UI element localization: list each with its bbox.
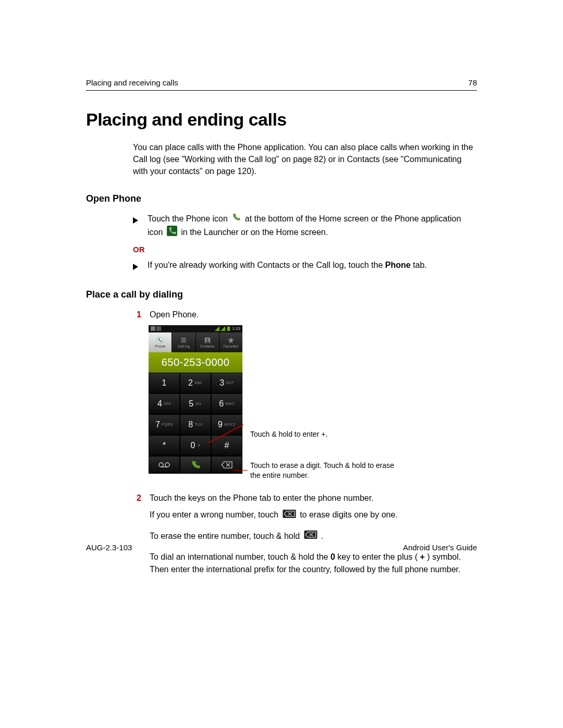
svg-marker-6 bbox=[221, 326, 225, 331]
open-phone-bullet-1: Touch the Phone icon at the bottom of th… bbox=[133, 213, 477, 240]
header-page-number: 78 bbox=[468, 78, 477, 87]
dialer-tabs: Phone Call log Contacts Favorites bbox=[149, 332, 242, 352]
dialed-number: 650-253-0000 bbox=[149, 352, 242, 373]
svg-point-17 bbox=[165, 463, 169, 467]
status-time: 1:23 bbox=[232, 326, 240, 331]
phone-handset-icon bbox=[231, 213, 241, 226]
status-icon bbox=[151, 326, 155, 331]
step-text: Open Phone. bbox=[150, 309, 477, 321]
section-open-phone-heading: Open Phone bbox=[86, 193, 477, 204]
page-content: Placing and receiving calls 78 Placing a… bbox=[86, 78, 477, 584]
keypad-key-1[interactable]: 1 bbox=[149, 373, 180, 393]
header-section: Placing and receiving calls bbox=[86, 78, 178, 87]
intro-paragraph: You can place calls with the Phone appli… bbox=[133, 141, 477, 178]
call-button[interactable] bbox=[180, 456, 211, 474]
keypad: 12ABC3DEF4GHI5JKL6MNO7PQRS8TUV9WXYZ*0+# bbox=[149, 373, 242, 456]
callout-zero-plus: Touch & hold to enter +. bbox=[250, 429, 354, 439]
call-icon bbox=[190, 460, 201, 470]
footer-doc-id: AUG-2.3-103 bbox=[86, 543, 132, 552]
svg-rect-12 bbox=[181, 341, 186, 342]
bullet-body: Touch the Phone icon at the bottom of th… bbox=[148, 213, 477, 240]
svg-rect-3 bbox=[151, 326, 155, 331]
tab-call-log[interactable]: Call log bbox=[172, 332, 195, 352]
keypad-key-7[interactable]: 7PQRS bbox=[149, 414, 180, 435]
running-header: Placing and receiving calls 78 bbox=[86, 78, 477, 91]
or-divider: OR bbox=[133, 245, 477, 254]
contacts-icon bbox=[204, 337, 211, 344]
page-title: Placing and ending calls bbox=[86, 109, 477, 130]
triangle-bullet-icon bbox=[133, 215, 139, 227]
keypad-key-4[interactable]: 4GHI bbox=[149, 393, 180, 414]
keypad-key-5[interactable]: 5JKL bbox=[180, 393, 211, 414]
tab-favorites[interactable]: Favorites bbox=[219, 332, 242, 352]
step2-detail-2: To erase the entire number, touch & hold… bbox=[150, 530, 477, 543]
backspace-icon bbox=[221, 461, 232, 468]
open-phone-bullet-2: If you're already working with Contacts … bbox=[133, 259, 477, 274]
voicemail-icon bbox=[158, 462, 170, 468]
keypad-key-2[interactable]: 2ABC bbox=[180, 373, 211, 393]
bullet-body: If you're already working with Contacts … bbox=[148, 259, 477, 272]
dialer-bottom-row bbox=[149, 456, 242, 474]
keypad-key-0[interactable]: 0+ bbox=[180, 435, 211, 456]
footer-guide-name: Android User's Guide bbox=[403, 543, 477, 552]
svg-rect-4 bbox=[156, 326, 161, 331]
backspace-inline-icon bbox=[283, 509, 296, 522]
backspace-button[interactable] bbox=[211, 456, 242, 474]
page-footer: AUG-2.3-103 Android User's Guide bbox=[86, 543, 477, 552]
keypad-key-6[interactable]: 6MNO bbox=[211, 393, 242, 414]
star-icon bbox=[227, 337, 235, 344]
keypad-key-*[interactable]: * bbox=[149, 435, 180, 456]
svg-rect-8 bbox=[228, 326, 229, 327]
keypad-key-3[interactable]: 3DEF bbox=[211, 373, 242, 393]
callout-line bbox=[233, 470, 248, 471]
svg-point-14 bbox=[206, 339, 209, 341]
status-icon bbox=[156, 326, 161, 331]
keypad-key-8[interactable]: 8TUV bbox=[180, 414, 211, 435]
step-text: Touch the keys on the Phone tab to enter… bbox=[150, 492, 477, 504]
triangle-bullet-icon bbox=[133, 261, 139, 274]
phone-mockup: 1:23 Phone Call log Contacts F bbox=[149, 325, 242, 474]
svg-marker-5 bbox=[215, 326, 219, 331]
tab-label: Contacts bbox=[200, 344, 215, 348]
svg-point-16 bbox=[159, 463, 163, 467]
step-number: 2 bbox=[133, 492, 141, 504]
tab-phone[interactable]: Phone bbox=[149, 332, 172, 352]
step2-detail-1: If you enter a wrong number, touch to er… bbox=[150, 509, 477, 522]
tab-label: Call log bbox=[178, 344, 190, 348]
svg-rect-1 bbox=[167, 226, 177, 236]
step-1: 1 Open Phone. bbox=[133, 309, 477, 321]
tab-label: Phone bbox=[155, 344, 165, 348]
svg-rect-10 bbox=[181, 338, 186, 339]
svg-marker-2 bbox=[133, 264, 138, 270]
step-2: 2 Touch the keys on the Phone tab to ent… bbox=[133, 492, 477, 504]
svg-marker-0 bbox=[133, 217, 138, 224]
tab-contacts[interactable]: Contacts bbox=[196, 332, 219, 352]
phone-app-icon bbox=[167, 226, 177, 240]
step-number: 1 bbox=[133, 309, 141, 321]
svg-rect-7 bbox=[227, 327, 230, 331]
section-place-call-heading: Place a call by dialing bbox=[86, 289, 477, 300]
callout-backspace: Touch to erase a digit. Touch & hold to … bbox=[250, 461, 396, 480]
battery-icon bbox=[226, 326, 231, 331]
tab-label: Favorites bbox=[223, 344, 238, 348]
phone-tab-icon bbox=[156, 337, 164, 344]
dialer-illustration: 1:23 Phone Call log Contacts F bbox=[149, 325, 477, 487]
signal-icon bbox=[215, 326, 219, 331]
signal-icon bbox=[221, 326, 225, 331]
backspace-inline-icon bbox=[304, 530, 317, 542]
svg-marker-15 bbox=[228, 337, 234, 343]
step2-detail-3: To dial an international number, touch &… bbox=[150, 551, 477, 576]
voicemail-button[interactable] bbox=[149, 456, 180, 474]
svg-rect-11 bbox=[181, 340, 186, 341]
list-icon bbox=[180, 337, 187, 344]
status-bar: 1:23 bbox=[149, 325, 242, 332]
